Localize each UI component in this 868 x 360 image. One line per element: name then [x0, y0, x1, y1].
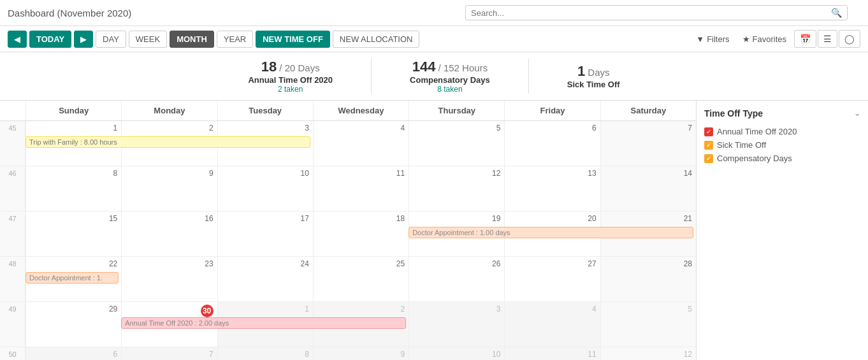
day-nov-19[interactable]: 19	[409, 212, 504, 256]
week-48: 48 22 23 24 25 26 27 28 Doctor Appointme…	[0, 257, 696, 302]
day-num: 10	[222, 169, 309, 178]
day-num: 3	[413, 305, 500, 313]
page-title: Dashboard (November 2020)	[8, 8, 131, 18]
day-dec-12[interactable]: 12	[600, 347, 696, 360]
sick-checkbox[interactable]: ✓	[704, 141, 713, 150]
day-dec-10[interactable]: 10	[409, 347, 504, 360]
day-num: 14	[605, 169, 692, 178]
day-nov-25[interactable]: 25	[313, 257, 409, 301]
chevron-down-icon[interactable]: ⌄	[854, 109, 860, 118]
calendar-main: Sunday Monday Tuesday Wednesday Thursday…	[0, 101, 696, 360]
day-num: 8	[222, 350, 309, 359]
search-input[interactable]	[471, 8, 831, 18]
day-num: 12	[413, 169, 500, 178]
week-num-50: 50	[0, 347, 25, 360]
day-nov-13[interactable]: 13	[504, 166, 600, 211]
day-dec-8[interactable]: 8	[217, 347, 313, 360]
day-num: 4	[509, 305, 596, 313]
day-nov-16[interactable]: 16	[121, 212, 217, 256]
day-dec-1[interactable]: 1	[217, 302, 313, 347]
day-nov-28[interactable]: 28	[600, 257, 696, 301]
day-dec-6[interactable]: 6	[25, 347, 121, 360]
sick-label: Sick Time Off	[567, 80, 620, 89]
day-nov-2[interactable]: 2	[121, 121, 217, 166]
day-num: 25	[317, 259, 405, 268]
day-nov-27[interactable]: 27	[504, 257, 600, 301]
sidebar-item-compensatory[interactable]: ✓ Compensatory Days	[704, 152, 860, 165]
time-off-type-label: Time Off Type	[704, 108, 763, 119]
next-button[interactable]: ▶	[74, 31, 93, 48]
day-dec-4[interactable]: 4	[504, 302, 600, 347]
day-nov-23[interactable]: 23	[121, 257, 217, 301]
day-nov-22[interactable]: 22	[25, 257, 121, 301]
favorites-button[interactable]: ★ Favorites	[737, 31, 792, 47]
day-num: 27	[509, 259, 596, 268]
day-num: 13	[509, 169, 596, 178]
day-nov-26[interactable]: 26	[409, 257, 504, 301]
day-num: 16	[126, 214, 213, 223]
day-view-button[interactable]: DAY	[96, 31, 126, 48]
day-num: 17	[222, 214, 309, 223]
day-dec-3[interactable]: 3	[409, 302, 504, 347]
year-view-button[interactable]: YEAR	[217, 31, 253, 48]
summary-annual: 18 / 20 Days Annual Time Off 2020 2 take…	[210, 59, 372, 94]
day-num: 28	[605, 259, 692, 268]
day-nov-9[interactable]: 9	[121, 166, 217, 211]
day-nov-1[interactable]: 1	[25, 121, 121, 166]
tuesday-header: Tuesday	[217, 101, 313, 120]
day-dec-2[interactable]: 2	[313, 302, 409, 347]
day-dec-11[interactable]: 11	[504, 347, 600, 360]
search-box[interactable]: 🔍	[465, 5, 848, 20]
week-47: 47 15 16 17 18 19 20 21 Doctor Appointme…	[0, 212, 696, 257]
new-time-off-button[interactable]: NEW TIME OFF	[256, 31, 330, 48]
day-nov-18[interactable]: 18	[313, 212, 409, 256]
day-nov-29[interactable]: 29	[25, 302, 121, 347]
annual-taken: 2 taken	[248, 85, 333, 94]
clock-view-button[interactable]: ◯	[839, 30, 860, 48]
day-nov-8[interactable]: 8	[25, 166, 121, 211]
today-button[interactable]: TODAY	[29, 31, 71, 48]
day-nov-11[interactable]: 11	[313, 166, 409, 211]
day-nov-20[interactable]: 20	[504, 212, 600, 256]
list-view-button[interactable]: ☰	[818, 30, 837, 48]
day-nov-15[interactable]: 15	[25, 212, 121, 256]
sidebar-item-sick[interactable]: ✓ Sick Time Off	[704, 138, 860, 152]
calendar-view-button[interactable]: 📅	[794, 30, 816, 48]
thursday-header: Thursday	[409, 101, 504, 120]
day-num: 23	[126, 259, 213, 268]
day-nov-24[interactable]: 24	[217, 257, 313, 301]
summary-sick: 1 Days Sick Time Off	[529, 63, 658, 89]
comp-checkbox[interactable]: ✓	[704, 154, 713, 163]
day-nov-7[interactable]: 7	[600, 121, 696, 166]
day-nov-5[interactable]: 5	[409, 121, 504, 166]
sidebar-item-annual[interactable]: ✓ Annual Time Off 2020	[704, 125, 860, 138]
comp-item-label: Compensatory Days	[717, 154, 792, 163]
day-nov-30[interactable]: 30	[121, 302, 217, 347]
day-num: 19	[413, 214, 500, 223]
day-nov-3[interactable]: 3	[217, 121, 313, 166]
week-num-46: 46	[0, 166, 25, 211]
day-dec-7[interactable]: 7	[121, 347, 217, 360]
day-num: 12	[605, 350, 692, 359]
day-nov-14[interactable]: 14	[600, 166, 696, 211]
day-num: 15	[30, 214, 117, 223]
day-num: 1	[222, 305, 309, 313]
day-nov-6[interactable]: 6	[504, 121, 600, 166]
day-dec-5[interactable]: 5	[600, 302, 696, 347]
wednesday-header: Wednesday	[313, 101, 409, 120]
day-dec-9[interactable]: 9	[313, 347, 409, 360]
day-nov-21[interactable]: 21	[600, 212, 696, 256]
week-view-button[interactable]: WEEK	[129, 31, 167, 48]
day-num: 22	[30, 259, 117, 268]
day-nov-12[interactable]: 12	[409, 166, 504, 211]
day-nov-10[interactable]: 10	[217, 166, 313, 211]
day-num: 3	[222, 124, 309, 133]
day-nov-17[interactable]: 17	[217, 212, 313, 256]
new-allocation-button[interactable]: NEW ALLOCATION	[333, 31, 420, 48]
day-num: 7	[605, 124, 692, 133]
prev-button[interactable]: ◀	[8, 31, 27, 48]
month-view-button[interactable]: MONTH	[170, 31, 214, 48]
filters-button[interactable]: ▼ Filters	[691, 31, 734, 47]
day-nov-4[interactable]: 4	[313, 121, 409, 166]
annual-checkbox[interactable]: ✓	[704, 127, 713, 136]
